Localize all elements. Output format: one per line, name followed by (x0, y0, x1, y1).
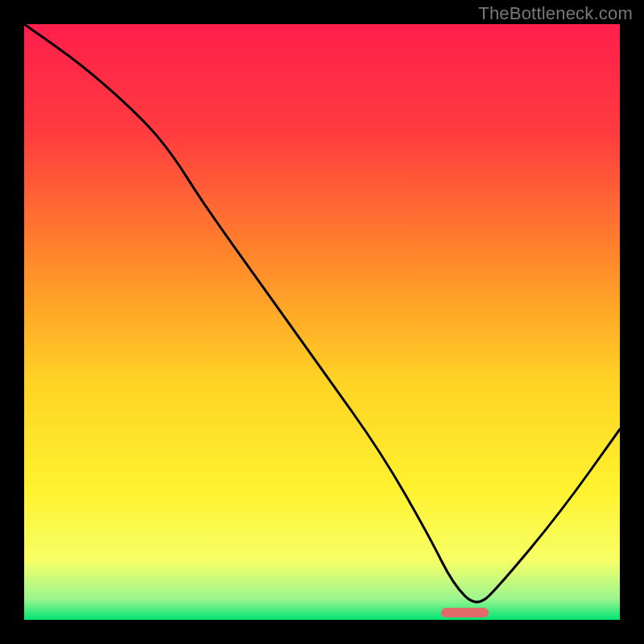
plot-area (24, 24, 620, 620)
optimal-marker (441, 608, 489, 617)
chart-svg (24, 24, 620, 620)
chart-frame: TheBottleneck.com (0, 0, 644, 644)
watermark-text: TheBottleneck.com (478, 3, 633, 24)
gradient-background (24, 24, 620, 620)
